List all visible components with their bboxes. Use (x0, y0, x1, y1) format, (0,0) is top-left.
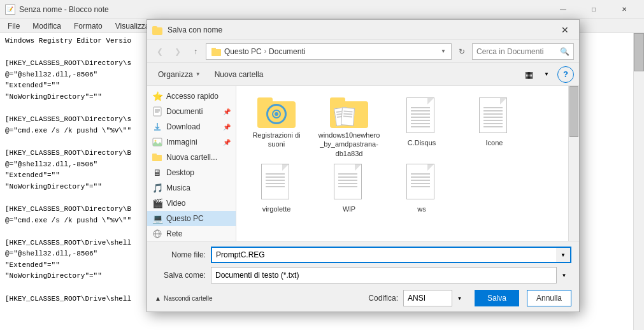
filename-row: Nome file: ▼ (155, 247, 571, 263)
file-icon-virgolette (261, 164, 292, 202)
organizza-button[interactable]: Organizza ▼ (152, 66, 206, 83)
dialog-close-button[interactable]: ✕ (556, 21, 574, 39)
sidebar-label-rete: Rete (166, 229, 182, 238)
sidebar-item-video[interactable]: 🎬 Video (147, 196, 236, 211)
notepad-content: Windows Registry Editor Versio [HKEY_CLA… (0, 33, 166, 307)
sidebar-icon-immagini (152, 137, 162, 147)
view-buttons: ▦ ▼ (520, 66, 555, 83)
dialog-title: Salva con nome (168, 25, 222, 34)
dialog-folder-icon (152, 25, 162, 35)
path-bar: Questo PC › Documenti ▼ (206, 43, 452, 60)
cancel-button[interactable]: Annulla (527, 290, 571, 306)
help-button[interactable]: ? (557, 66, 574, 83)
sidebar-icon-questo-pc: 💻 (152, 213, 162, 224)
nuova-cartella-button[interactable]: Nuova cartella (209, 66, 269, 83)
notepad-title: Senza nome - Blocco note (19, 5, 109, 14)
notepad-minimize-button[interactable]: — (548, 0, 578, 19)
sidebar-item-accesso-rapido[interactable]: ⭐ Accesso rapido (147, 89, 236, 104)
file-icon-ws (406, 164, 437, 202)
nav-up-button[interactable]: ↑ (188, 44, 203, 59)
organizza-label: Organizza (158, 70, 193, 79)
encoding-select[interactable]: ANSI UTF-8 UTF-16 LE UTF-16 BE (403, 290, 467, 306)
folder-icon-windows10 (330, 97, 368, 128)
sidebar-item-rete[interactable]: Rete (147, 226, 236, 241)
path-dropdown-arrow[interactable]: ▼ (441, 48, 446, 54)
sidebar-item-musica[interactable]: 🎵 Musica (147, 180, 236, 196)
file-item-cdisqus[interactable]: C.Disqus (387, 91, 457, 155)
search-input[interactable] (476, 47, 557, 56)
dialog-toolbar: Organizza ▼ Nuova cartella ▦ ▼ ? (147, 63, 579, 86)
filename-input-container: ▼ (211, 247, 571, 263)
sidebar-label-questo-pc: Questo PC (166, 214, 204, 223)
sidebar-item-immagini[interactable]: Immagini 📌 (147, 134, 236, 150)
sidebar-label-immagini: Immagini (166, 138, 197, 147)
file-icon-cdisqus (406, 97, 437, 136)
nav-forward-button[interactable]: ❯ (170, 44, 185, 59)
sidebar-item-download[interactable]: Download 📌 (147, 119, 236, 134)
search-bar: 🔍 (472, 43, 574, 60)
file-item-virgolette[interactable]: virgolette (241, 157, 311, 221)
sidebar-label-musica: Musica (166, 183, 190, 192)
sidebar-item-nuova-cartella[interactable]: Nuova cartell... (147, 150, 236, 165)
hide-folders-button[interactable]: ▲ Nascondi cartelle (155, 295, 213, 302)
file-item-wlp[interactable]: WlP (314, 157, 384, 221)
nuova-cartella-label: Nuova cartella (215, 70, 264, 79)
path-folder-icon (211, 47, 222, 57)
sidebar-icon-documenti (152, 106, 162, 117)
notepad-scrollbar[interactable] (633, 33, 644, 330)
file-item-windows10[interactable]: windows10newhero_by_amdpastrana-db1a83d (314, 91, 384, 155)
sidebar-item-documenti[interactable]: Documenti 📌 (147, 104, 236, 119)
dialog-footer: ▲ Nascondi cartelle Codifica: ANSI UTF-8… (155, 287, 571, 306)
sidebar: ⭐ Accesso rapido Documenti 📌 (147, 86, 236, 241)
grid-scrollbar-track[interactable] (568, 86, 579, 241)
save-button[interactable]: Salva (475, 290, 519, 306)
sidebar-item-desktop[interactable]: 🖥 Desktop (147, 165, 236, 180)
dialog-bottom: Nome file: ▼ Salva come: Documenti di te… (147, 241, 579, 312)
file-label-ws: ws (417, 204, 426, 213)
file-item-ws[interactable]: ws (387, 157, 457, 221)
view-toggle-button[interactable]: ▦ (520, 66, 537, 83)
sidebar-icon-accesso: ⭐ (152, 91, 162, 101)
menu-modifica[interactable]: Modifica (27, 20, 66, 32)
path-questo-pc[interactable]: Questo PC (224, 47, 262, 56)
filename-input[interactable] (211, 247, 571, 263)
nav-back-button[interactable]: ❮ (152, 44, 168, 59)
filename-dropdown-button[interactable]: ▼ (556, 247, 571, 263)
file-item-icone[interactable]: Icone (459, 91, 529, 155)
file-item-registrazioni[interactable]: Registrazioni di suoni (241, 91, 311, 155)
sidebar-label-nuova-cartella: Nuova cartell... (166, 153, 217, 162)
sidebar-icon-desktop: 🖥 (152, 168, 162, 178)
path-documenti[interactable]: Documenti (269, 47, 305, 56)
dialog-titlebar: Salva con nome ✕ (147, 20, 579, 40)
file-label-icone: Icone (486, 138, 503, 147)
filename-label: Nome file: (155, 250, 206, 259)
view-dropdown-button[interactable]: ▼ (538, 66, 555, 83)
encoding-section: Codifica: ANSI UTF-8 UTF-16 LE UTF-16 BE… (368, 290, 467, 306)
svg-rect-2 (154, 107, 161, 116)
sidebar-label-documenti: Documenti (166, 107, 203, 116)
grid-scrollbar-thumb (569, 86, 578, 137)
notepad-close-button[interactable]: ✕ (610, 0, 639, 19)
sidebar-pin-documenti: 📌 (223, 108, 231, 115)
file-label-cdisqus: C.Disqus (408, 138, 436, 147)
notepad-text-area: Windows Registry Editor Versio [HKEY_CLA… (0, 33, 166, 330)
search-icon: 🔍 (560, 47, 569, 56)
file-label-virgolette: virgolette (262, 204, 291, 213)
sidebar-label-accesso: Accesso rapido (166, 92, 218, 101)
sidebar-pin-download: 📌 (223, 124, 231, 131)
sidebar-item-questo-pc[interactable]: 💻 Questo PC (147, 211, 236, 226)
file-label-wlp: WlP (343, 204, 355, 213)
filetype-select[interactable]: Documenti di testo (*.txt) Tutti i file … (211, 267, 571, 283)
file-label-registrazioni: Registrazioni di suoni (245, 131, 308, 149)
menu-file[interactable]: File (3, 20, 25, 32)
file-grid-container: Registrazioni di suoni (236, 86, 579, 241)
path-separator-1: › (264, 48, 266, 55)
notepad-titlebar: 📝 Senza nome - Blocco note — □ ✕ (0, 0, 644, 19)
refresh-button[interactable]: ↻ (454, 44, 469, 59)
notepad-maximize-button[interactable]: □ (579, 0, 608, 19)
sidebar-icon-rete (152, 229, 162, 239)
sidebar-icon-download (152, 122, 162, 132)
menu-formato[interactable]: Formato (69, 20, 108, 32)
sidebar-icon-video: 🎬 (152, 198, 162, 208)
sidebar-list: ⭐ Accesso rapido Documenti 📌 (147, 86, 236, 241)
